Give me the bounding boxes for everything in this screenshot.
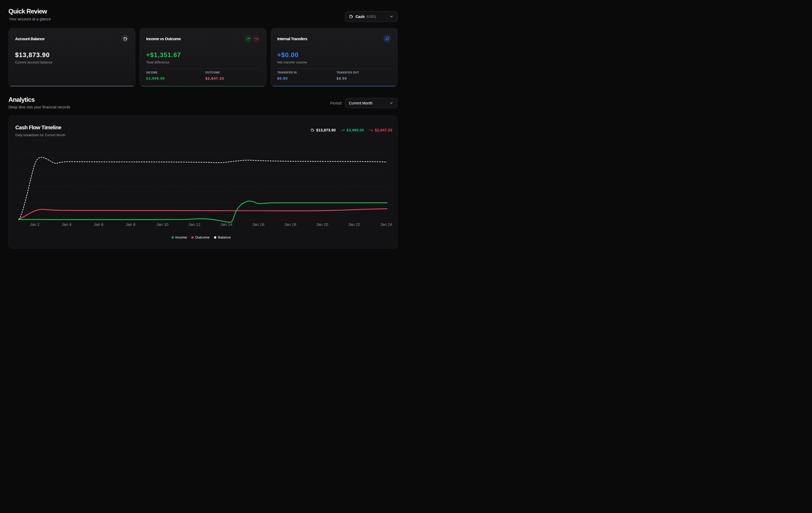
- svg-text:Jan 12: Jan 12: [188, 222, 200, 227]
- svg-text:Jan 2: Jan 2: [30, 222, 40, 227]
- svg-text:Jan 22: Jan 22: [348, 222, 360, 227]
- svg-text:Jan 6: Jan 6: [93, 222, 103, 227]
- svg-text:Jan 16: Jan 16: [253, 222, 264, 227]
- svg-text:Jan 24: Jan 24: [380, 222, 392, 227]
- svg-text:Jan 18: Jan 18: [284, 222, 296, 227]
- svg-text:Jan 14: Jan 14: [221, 222, 232, 227]
- svg-text:Jan 4: Jan 4: [62, 222, 71, 227]
- svg-text:Jan 8: Jan 8: [125, 222, 135, 227]
- svg-text:Jan 20: Jan 20: [316, 222, 328, 227]
- svg-text:Jan 10: Jan 10: [156, 222, 168, 227]
